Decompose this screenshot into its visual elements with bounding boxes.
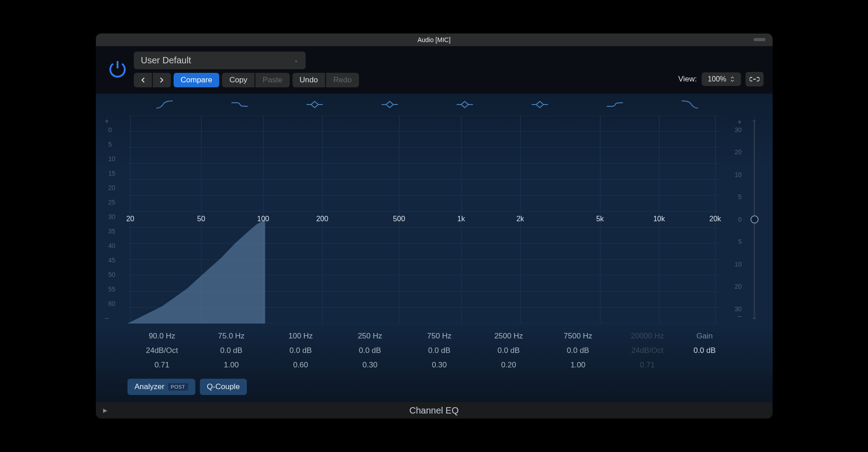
band-freq: 75.0 Hz — [197, 329, 266, 343]
gain-label: Gain — [682, 329, 727, 343]
band-freq: 7500 Hz — [543, 329, 613, 343]
y-right-tick: 10 — [718, 171, 742, 178]
y-right-tick: 5 — [718, 193, 742, 200]
band-gain: 24dB/Oct — [127, 343, 197, 358]
disclosure-triangle-icon[interactable]: ▶ — [103, 407, 107, 414]
x-tick: 5k — [596, 215, 604, 223]
band-gain: 24dB/Oct — [613, 343, 682, 358]
x-tick: 20 — [126, 215, 134, 223]
next-preset-button[interactable] — [153, 73, 171, 87]
band-4-params[interactable]: 250 Hz0.0 dB0.30 — [335, 329, 405, 373]
analyzer-mode-badge: POST — [168, 383, 188, 390]
band-q: 0.20 — [474, 358, 543, 372]
y-axis-left: + 051015202530354045505560 − — [105, 115, 127, 324]
y-left-tick: 40 — [105, 242, 127, 257]
chevron-down-icon: ⌄ — [294, 57, 298, 63]
band-6-bell-icon[interactable] — [502, 100, 577, 109]
y-right-tick: 30 — [718, 126, 742, 133]
view-zoom-select[interactable]: 100% — [702, 72, 741, 86]
preset-select[interactable]: User Default ⌄ — [134, 52, 306, 69]
band-gain: 0.0 dB — [335, 343, 405, 358]
prev-preset-button[interactable] — [134, 73, 152, 87]
y-left-tick: 25 — [105, 199, 127, 213]
gain-value: 0.0 dB — [682, 343, 727, 358]
toolbar-main: User Default ⌄ Compare Copy Paste — [134, 52, 675, 87]
window-handle-icon[interactable] — [754, 38, 765, 41]
master-gain-readout[interactable]: Gain 0.0 dB — [682, 329, 727, 373]
band-freq: 750 Hz — [405, 329, 474, 343]
y-left-tick: 5 — [105, 141, 127, 155]
band-icons-row — [105, 94, 764, 115]
plugin-name: Channel EQ — [410, 405, 459, 416]
eq-graph[interactable]: 20501002005001k2k5k10k20k — [127, 115, 718, 324]
power-button[interactable] — [105, 57, 130, 82]
q-couple-button[interactable]: Q-Couple — [200, 379, 247, 395]
paste-button[interactable]: Paste — [255, 73, 289, 87]
x-tick: 100 — [257, 215, 269, 223]
redo-button[interactable]: Redo — [326, 73, 359, 87]
x-tick: 500 — [393, 215, 405, 223]
band-6-params[interactable]: 2500 Hz0.0 dB0.20 — [474, 329, 543, 373]
y-right-plus: + — [718, 118, 742, 126]
y-left-minus: − — [105, 314, 127, 324]
chevron-left-icon — [141, 77, 145, 83]
band-gain: 0.0 dB — [474, 343, 543, 358]
band-2-lowshelf-icon[interactable] — [202, 100, 277, 109]
view-zoom-value: 100% — [708, 75, 726, 83]
band-q: 0.30 — [405, 358, 474, 372]
bottom-buttons: Analyzer POST Q-Couple — [105, 379, 764, 395]
y-left-tick: 60 — [105, 300, 127, 314]
x-tick: 1k — [458, 215, 465, 223]
band-q: 1.00 — [197, 358, 266, 372]
band-freq: 20000 Hz — [613, 329, 682, 343]
y-left-tick: 10 — [105, 155, 127, 170]
y-left-plus: + — [105, 117, 127, 126]
band-q: 0.71 — [127, 358, 197, 372]
toolbar: User Default ⌄ Compare Copy Paste — [96, 46, 773, 94]
band-7-params[interactable]: 7500 Hz0.0 dB1.00 — [543, 329, 613, 373]
y-left-tick: 55 — [105, 285, 127, 300]
toolbar-buttons: Compare Copy Paste Undo Redo — [134, 73, 675, 87]
y-left-tick: 30 — [105, 213, 127, 228]
band-1-params[interactable]: 90.0 Hz24dB/Oct0.71 — [127, 329, 197, 373]
band-7-highshelf-icon[interactable] — [577, 100, 652, 109]
y-left-tick: 20 — [105, 184, 127, 199]
band-params-row: 90.0 Hz24dB/Oct0.7175.0 Hz0.0 dB1.00100 … — [105, 329, 764, 373]
analyzer-button[interactable]: Analyzer POST — [127, 379, 195, 395]
master-gain-slider[interactable]: + − — [745, 115, 764, 324]
band-8-params[interactable]: 20000 Hz24dB/Oct0.71 — [613, 329, 682, 373]
band-4-bell-icon[interactable] — [352, 100, 427, 109]
stepper-icon — [730, 76, 735, 82]
band-5-params[interactable]: 750 Hz0.0 dB0.30 — [405, 329, 474, 373]
x-tick: 200 — [316, 215, 328, 223]
band-8-lowpass-icon[interactable] — [652, 100, 727, 109]
band-1-highpass-icon[interactable] — [127, 100, 203, 109]
band-q: 1.00 — [543, 358, 613, 372]
view-label: View: — [678, 75, 697, 84]
gain-handle[interactable] — [750, 215, 759, 224]
band-freq: 90.0 Hz — [127, 329, 197, 343]
toolbar-right: View: 100% — [678, 72, 763, 86]
band-gain: 0.0 dB — [543, 343, 613, 358]
y-axis-right: + 302010505102030 − — [718, 115, 745, 324]
y-left-tick: 45 — [105, 257, 127, 271]
band-3-params[interactable]: 100 Hz0.0 dB0.60 — [266, 329, 335, 373]
compare-button[interactable]: Compare — [174, 73, 220, 87]
titlebar[interactable]: Audio [MIC] — [96, 33, 773, 46]
band-5-bell-icon[interactable] — [427, 100, 502, 109]
copy-button[interactable]: Copy — [222, 73, 255, 87]
y-left-tick: 0 — [105, 126, 127, 141]
x-tick: 10k — [653, 215, 665, 223]
graph-wrap: + 051015202530354045505560 − 20501002005… — [105, 115, 764, 324]
band-2-params[interactable]: 75.0 Hz0.0 dB1.00 — [197, 329, 266, 373]
band-freq: 100 Hz — [266, 329, 335, 343]
y-left-tick: 15 — [105, 170, 127, 184]
band-gain: 0.0 dB — [197, 343, 266, 358]
band-q: 0.30 — [335, 358, 405, 372]
x-tick: 50 — [197, 215, 205, 223]
band-freq: 2500 Hz — [474, 329, 543, 343]
link-button[interactable] — [745, 72, 764, 86]
band-3-bell-icon[interactable] — [277, 100, 352, 109]
undo-button[interactable]: Undo — [292, 73, 326, 87]
link-icon — [750, 76, 760, 82]
